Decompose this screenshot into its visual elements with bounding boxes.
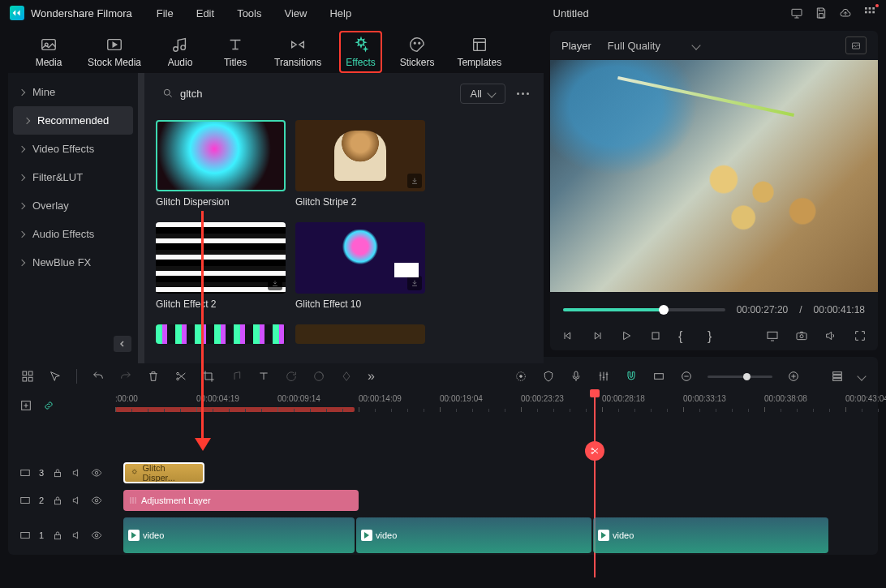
sidebar-item-recommended[interactable]: Recommended [13,106,133,135]
fit-icon[interactable] [652,370,665,383]
tab-media[interactable]: Media [28,32,70,71]
camera-icon[interactable] [795,329,808,342]
speed-icon[interactable] [230,370,243,383]
sidebar-item-audio-effects[interactable]: Audio Effects [8,220,138,248]
sidebar-item-video-effects[interactable]: Video Effects [8,135,138,163]
more-menu[interactable] [514,89,532,98]
effect-card[interactable] [156,324,286,344]
mixer-icon[interactable] [597,370,610,383]
sidebar-item-mine[interactable]: Mine [8,78,138,106]
device-icon[interactable] [790,6,803,19]
mute-icon[interactable] [71,530,83,541]
sidebar-item-newblue[interactable]: NewBlue FX [8,248,138,277]
visible-icon[interactable] [91,467,102,479]
next-frame-icon[interactable] [591,329,604,342]
more-tools-icon[interactable]: » [368,369,375,384]
menu-help[interactable]: Help [329,7,351,19]
preview-viewport[interactable] [550,60,878,292]
mark-in-icon[interactable]: { [678,329,691,342]
sidebar-resize-handle[interactable] [138,73,144,363]
adjustment-clip[interactable]: Adjustment Layer [123,490,359,511]
tab-effects[interactable]: Effects [339,31,381,73]
text-icon[interactable] [257,370,270,383]
lock-icon[interactable] [52,530,63,541]
zoom-slider[interactable] [708,376,772,378]
effects-gallery: All Glitch Dispersion Glitch Stripe 2 Gl… [144,73,544,363]
split-icon[interactable] [174,370,187,383]
add-track-icon[interactable] [19,399,32,412]
effect-card[interactable]: Glitch Dispersion [156,120,286,208]
prev-frame-icon[interactable] [561,329,574,342]
video-clip[interactable]: video [123,517,355,553]
scrub-bar[interactable] [563,308,725,311]
tab-audio[interactable]: Audio [159,32,201,71]
effect-card[interactable]: Glitch Stripe 2 [295,120,425,208]
search-input[interactable] [180,88,445,100]
visible-icon[interactable] [91,495,102,506]
sidebar-item-overlay[interactable]: Overlay [8,191,138,220]
track-type-icon [19,467,31,479]
video-clip[interactable]: video [593,517,828,553]
mic-icon[interactable] [570,370,583,383]
color-icon[interactable] [312,370,325,383]
snapshot-button[interactable] [845,36,867,54]
delete-icon[interactable] [147,370,160,383]
layout-icon[interactable] [21,370,34,383]
menu-edit[interactable]: Edit [196,7,214,19]
fullscreen-icon[interactable] [854,329,867,342]
search-field[interactable] [156,88,452,100]
track-view-chevron[interactable] [857,371,866,380]
rotate-icon[interactable] [285,370,298,383]
keyframe-icon[interactable] [340,370,353,383]
download-icon[interactable] [268,276,282,290]
zoom-in-icon[interactable] [787,370,800,383]
track-view-icon[interactable] [831,370,844,383]
tracks [8,420,878,461]
stop-icon[interactable] [649,329,662,342]
display-icon[interactable] [766,329,779,342]
volume-icon[interactable] [824,329,837,342]
save-icon[interactable] [815,6,828,19]
visible-icon[interactable] [91,530,102,541]
marker-icon[interactable] [514,370,527,383]
time-ruler[interactable]: :00:0000:00:04:1900:00:09:1400:00:14:090… [115,391,878,420]
apps-icon[interactable] [863,6,876,21]
sidebar-collapse-button[interactable] [114,336,131,352]
download-icon[interactable] [407,276,422,290]
download-icon[interactable] [407,174,422,188]
menu-view[interactable]: View [284,7,307,19]
svg-point-10 [414,42,415,44]
quality-dropdown[interactable]: Full Quality [608,40,699,52]
cloud-icon[interactable] [839,6,852,19]
effect-label: Glitch Dispersion [156,196,286,208]
tab-stickers[interactable]: Stickers [395,32,440,71]
redo-icon[interactable] [119,370,132,383]
tab-transitions[interactable]: Transitions [269,32,326,71]
link-icon[interactable] [42,399,55,412]
shield-icon[interactable] [542,370,555,383]
mute-icon[interactable] [71,467,83,479]
lock-icon[interactable] [52,495,63,506]
mark-out-icon[interactable]: } [708,329,720,342]
lock-icon[interactable] [52,467,63,479]
tab-stock[interactable]: Stock Media [83,32,146,71]
mute-icon[interactable] [71,495,83,506]
menu-tools[interactable]: Tools [237,7,261,19]
magnet-icon[interactable] [625,370,638,383]
effect-clip[interactable]: Glitch Disper... [123,462,204,483]
undo-icon[interactable] [92,370,105,383]
tab-templates[interactable]: Templates [452,32,506,71]
filter-dropdown[interactable]: All [460,84,505,104]
tab-titles[interactable]: Titles [214,32,256,71]
effect-card[interactable]: Glitch Effect 2 [156,222,286,310]
play-icon[interactable] [620,329,633,342]
sidebar-item-filter-lut[interactable]: Filter&LUT [8,163,138,191]
select-icon[interactable] [49,370,62,383]
menu-file[interactable]: File [157,7,174,19]
crop-icon[interactable] [202,370,215,383]
effect-card[interactable]: Glitch Effect 10 [295,222,425,310]
svg-rect-12 [473,39,485,51]
effect-card[interactable] [295,324,425,344]
zoom-out-icon[interactable] [680,370,693,383]
video-clip[interactable]: video [356,517,591,553]
